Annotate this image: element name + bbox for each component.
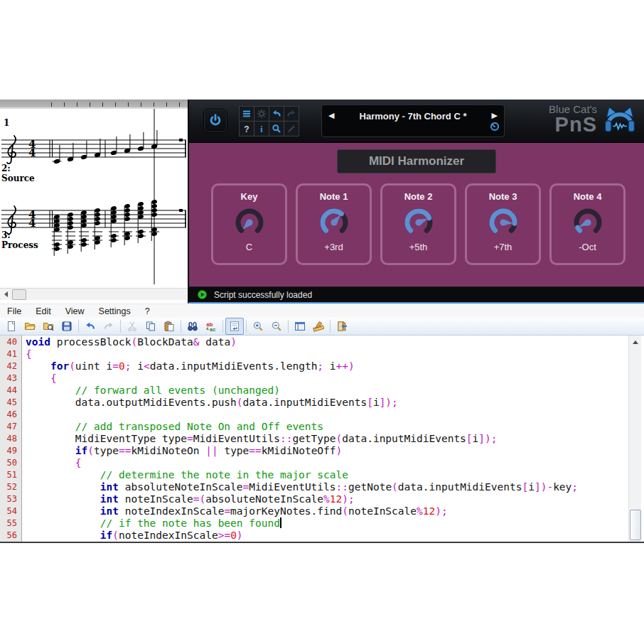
word-wrap-button[interactable] — [225, 318, 244, 335]
ruler-tick — [90, 102, 90, 107]
copy-button[interactable] — [141, 318, 160, 335]
knob-control[interactable] — [486, 205, 520, 240]
cut-icon — [127, 321, 138, 332]
save-button[interactable] — [58, 318, 76, 335]
svg-text:ac: ac — [210, 326, 215, 332]
replace-button[interactable]: abac — [202, 318, 220, 335]
plugin-window: ?i ◀ Harmony - 7th Chord C * ▶ Blue Cat'… — [188, 100, 644, 304]
preset-knob-icon[interactable] — [490, 122, 500, 134]
knob-value: C — [246, 242, 252, 252]
code-editor[interactable]: 40void processBlock(BlockData& data)41{4… — [0, 336, 644, 543]
exit-button[interactable] — [333, 318, 351, 335]
toolbar-separator — [330, 320, 331, 333]
info-button[interactable]: i — [254, 122, 269, 136]
redo-arrow-button[interactable] — [100, 318, 118, 335]
zoom-in-icon — [252, 321, 264, 332]
design-button[interactable] — [309, 318, 328, 335]
toolbar-separator — [288, 320, 289, 333]
cut-button[interactable] — [123, 318, 141, 335]
code-line: 55 // if the note has been found — [0, 517, 628, 530]
undo-button[interactable] — [269, 107, 284, 121]
power-icon — [208, 113, 223, 129]
notation-horizontal-scrollbar[interactable] — [0, 288, 188, 300]
toolbar-separator — [222, 320, 223, 333]
line-number: 45 — [0, 397, 26, 409]
ruler-tick — [64, 102, 65, 107]
code-line: 56 if(noteIndexInScale>=0) — [0, 530, 628, 542]
scroll-up-arrow-icon[interactable] — [629, 338, 641, 346]
new-file-icon — [6, 321, 17, 332]
menu-item-view[interactable]: View — [58, 306, 92, 316]
brand-line2: PnS — [549, 115, 597, 134]
find-button[interactable] — [183, 318, 202, 335]
code-line: 54 int noteIndexInScale=majorKeyNotes.fi… — [0, 505, 628, 517]
ruler-tick — [51, 102, 52, 107]
zoom-in-button[interactable] — [249, 318, 267, 335]
search-folder-icon — [43, 321, 54, 332]
code-line: 49 if(type==kMidiNoteOn || type==kMidiNo… — [0, 445, 628, 457]
help-button[interactable]: ? — [240, 122, 254, 136]
paste-button[interactable] — [160, 318, 178, 335]
svg-text:Source: Source — [1, 173, 35, 183]
svg-text:4: 4 — [28, 146, 36, 159]
svg-text:2:: 2: — [1, 163, 11, 173]
screen: 444412:Source3:Process ?i ◀ Harmony - 7t… — [0, 0, 644, 644]
ruler-tick — [128, 102, 129, 107]
preset-next-button[interactable]: ▶ — [492, 112, 498, 119]
brand-logo: Blue Cat's PnS — [549, 103, 597, 134]
undo-icon — [271, 108, 282, 119]
search-folder-button[interactable] — [39, 318, 58, 335]
pencil-icon — [286, 123, 297, 134]
pencil-button[interactable] — [284, 122, 299, 136]
line-number: 47 — [0, 421, 26, 433]
open-folder-button[interactable] — [21, 318, 39, 335]
knob-value: -Oct — [579, 242, 596, 252]
code-line: 46 — [0, 409, 628, 421]
line-number: 49 — [0, 445, 26, 457]
menu-item-help[interactable]: ? — [138, 306, 157, 316]
script-running-icon[interactable] — [197, 289, 208, 300]
ruler-tick — [102, 102, 103, 107]
magnifier-button[interactable] — [269, 122, 284, 136]
open-folder-icon — [24, 321, 36, 332]
panel-button[interactable] — [291, 318, 309, 335]
editor-vertical-scrollbar[interactable] — [628, 336, 641, 542]
knob-control[interactable] — [571, 205, 605, 240]
code-line: 45 data.outputMidiEvents.push(data.input… — [0, 397, 628, 409]
ruler-tick — [115, 102, 116, 107]
power-button[interactable] — [203, 109, 227, 133]
plugin-status-bar: Script successfully loaded — [189, 286, 644, 302]
code-line: 42 for(uint i=0; i<data.inputMidiEvents.… — [0, 360, 628, 372]
status-text: Script successfully loaded — [214, 290, 312, 300]
ruler-tick — [166, 102, 167, 107]
zoom-out-button[interactable] — [267, 318, 286, 335]
knob-control[interactable] — [232, 205, 267, 240]
menu-item-edit[interactable]: Edit — [28, 306, 58, 316]
knob-label: Note 2 — [404, 191, 433, 202]
code-line: 53 int noteInScale=(absoluteNoteInScale%… — [0, 493, 628, 505]
knob-panel-note-1: Note 1+3rd — [296, 183, 372, 265]
code-line: 52 int absoluteNoteInScale=MidiEventUtil… — [0, 481, 628, 493]
code-line: 47 // add transposed Note On and Off eve… — [0, 421, 628, 433]
menu-button[interactable] — [240, 107, 254, 121]
vertical-scroll-thumb[interactable] — [630, 510, 641, 540]
preset-prev-button[interactable]: ◀ — [328, 112, 334, 119]
line-number: 53 — [0, 493, 26, 505]
preset-selector[interactable]: ◀ Harmony - 7th Chord C * ▶ — [321, 104, 505, 137]
new-file-button[interactable] — [2, 318, 21, 335]
knob-value: +3rd — [324, 242, 343, 252]
menu-item-file[interactable]: File — [0, 306, 28, 316]
horizontal-scroll-thumb[interactable] — [12, 289, 26, 300]
gear-button[interactable] — [254, 107, 269, 121]
line-number: 42 — [0, 360, 26, 372]
line-number: 40 — [0, 336, 26, 348]
knob-control[interactable] — [317, 205, 351, 240]
scroll-left-arrow-icon[interactable] — [0, 289, 11, 300]
timeline-ruler[interactable] — [0, 100, 188, 109]
menu-item-settings[interactable]: Settings — [92, 306, 138, 316]
find-icon — [187, 321, 198, 332]
knob-control[interactable] — [402, 205, 436, 240]
redo-button[interactable] — [284, 107, 299, 121]
knob-panel-key: KeyC — [211, 183, 287, 265]
undo-arrow-button[interactable] — [81, 318, 100, 335]
